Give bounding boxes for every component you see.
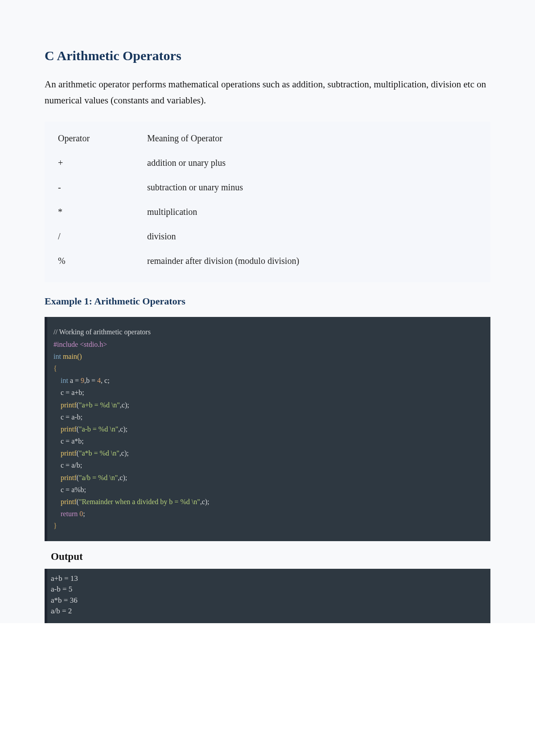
code-text: ; [83, 510, 85, 518]
code-type: int [54, 377, 68, 384]
operator-cell: % [58, 256, 147, 266]
operator-cell: * [58, 207, 147, 217]
code-block: // Working of arithmetic operators #incl… [45, 317, 490, 541]
intro-paragraph: An arithmetic operator performs mathemat… [45, 77, 490, 108]
output-title: Output [45, 551, 490, 563]
code-text: c = a%b; [54, 484, 484, 496]
code-string: "a*b = %d \n" [79, 449, 119, 457]
operator-cell: - [58, 182, 147, 193]
meaning-cell: division [147, 231, 477, 242]
code-text: a = [68, 377, 81, 384]
code-text: ,c); [118, 425, 128, 433]
page-title: C Arithmetic Operators [45, 48, 490, 63]
operator-cell: + [58, 158, 147, 168]
code-string: "Remainder when a divided by b = %d \n" [79, 498, 200, 505]
code-text: ,c); [120, 401, 129, 409]
output-block: a+b = 13 a-b = 5 a*b = 36 a/b = 2 [45, 569, 490, 624]
code-string: "a/b = %d \n" [79, 474, 118, 481]
code-include-file: <stdio.h> [80, 341, 107, 348]
table-row: / division [58, 224, 477, 249]
code-keyword: return [54, 510, 79, 518]
code-text: , c; [101, 377, 110, 384]
code-text: ,c); [200, 498, 210, 505]
code-comment: // Working of arithmetic operators [54, 328, 151, 336]
output-line: a-b = 5 [51, 584, 487, 595]
code-func: printf [54, 474, 77, 481]
code-func: printf [54, 401, 77, 409]
table-row: % remainder after division (modulo divis… [58, 249, 477, 273]
code-type: int [54, 353, 61, 360]
meaning-cell: remainder after division (modulo divisio… [147, 256, 477, 266]
code-func: printf [54, 425, 77, 433]
code-func: main() [61, 353, 82, 360]
meaning-cell: multiplication [147, 207, 477, 217]
code-string: "a+b = %d \n" [79, 401, 120, 409]
meaning-cell: addition or unary plus [147, 158, 477, 168]
table-header-row: Operator Meaning of Operator [58, 126, 477, 151]
code-func: printf [54, 498, 77, 505]
output-line: a/b = 2 [51, 606, 487, 617]
code-text: ,c); [118, 474, 127, 481]
code-text: c = a*b; [54, 435, 484, 447]
code-text: c = a+b; [54, 386, 484, 399]
operators-table: Operator Meaning of Operator + addition … [45, 122, 490, 282]
table-row: * multiplication [58, 200, 477, 224]
example-title: Example 1: Arithmetic Operators [45, 296, 490, 307]
table-row: + addition or unary plus [58, 151, 477, 175]
code-string: "a-b = %d \n" [79, 425, 118, 433]
code-include: #include [54, 341, 80, 348]
code-number: 9 [81, 377, 84, 384]
document-page: C Arithmetic Operators An arithmetic ope… [0, 0, 535, 623]
table-header-meaning: Meaning of Operator [147, 133, 477, 144]
code-number: 4 [97, 377, 101, 384]
output-line: a*b = 36 [51, 595, 487, 606]
code-text: ,b = [84, 377, 97, 384]
output-line: a+b = 13 [51, 573, 487, 584]
table-header-operator: Operator [58, 133, 147, 144]
code-number: 0 [79, 510, 83, 518]
code-brace: } [54, 522, 57, 530]
operator-cell: / [58, 231, 147, 242]
code-brace: { [54, 365, 57, 372]
code-text: ,c); [119, 449, 129, 457]
code-text: c = a/b; [54, 459, 484, 471]
code-text: c = a-b; [54, 411, 484, 423]
code-func: printf [54, 449, 77, 457]
table-row: - subtraction or unary minus [58, 175, 477, 200]
meaning-cell: subtraction or unary minus [147, 182, 477, 193]
